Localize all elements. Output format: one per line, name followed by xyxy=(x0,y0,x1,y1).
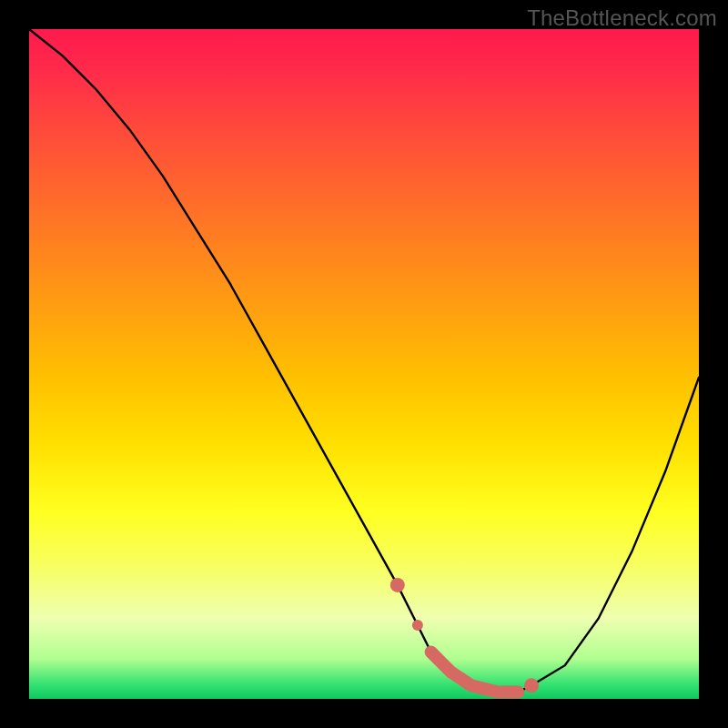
svg-point-7 xyxy=(524,678,539,693)
chart-svg xyxy=(29,29,699,699)
svg-point-0 xyxy=(390,578,405,592)
chart-frame: TheBottleneck.com xyxy=(0,0,728,728)
watermark-text: TheBottleneck.com xyxy=(527,5,717,31)
svg-point-1 xyxy=(412,620,423,631)
highlight-segment xyxy=(390,578,539,698)
bottleneck-curve xyxy=(29,29,699,693)
